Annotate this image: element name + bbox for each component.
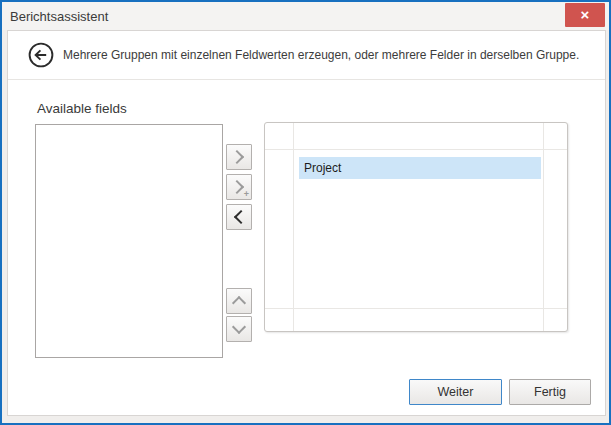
- grid-left-column-divider: [293, 123, 294, 331]
- chevron-right-icon: [230, 150, 244, 164]
- grid-right-column-divider: [543, 123, 544, 331]
- back-button[interactable]: [28, 42, 54, 68]
- arrow-left-circle-icon: [28, 56, 54, 71]
- close-button[interactable]: ×: [565, 3, 605, 27]
- wizard-panel: Mehrere Gruppen mit einzelnen Feldwerten…: [7, 30, 606, 416]
- move-right-button[interactable]: [226, 144, 252, 170]
- plus-icon: +: [244, 190, 249, 199]
- chevron-left-icon: [234, 210, 248, 224]
- move-right-new-group-button[interactable]: +: [226, 174, 252, 200]
- close-icon: ×: [581, 7, 590, 22]
- chevron-up-icon: [232, 296, 246, 310]
- finish-button[interactable]: Fertig: [509, 379, 591, 405]
- available-fields-label: Available fields: [37, 101, 127, 116]
- wizard-header: Mehrere Gruppen mit einzelnen Feldwerten…: [8, 31, 605, 80]
- grid-footer-divider: [265, 308, 567, 309]
- title-bar: Berichtsassistent: [2, 2, 609, 30]
- window-title: Berichtsassistent: [2, 9, 108, 24]
- grid-header-divider: [265, 149, 567, 150]
- chevron-right-plus-icon: [230, 180, 244, 194]
- group-row-label: Project: [299, 161, 341, 175]
- groups-grid: Project: [264, 122, 568, 332]
- wizard-instruction: Mehrere Gruppen mit einzelnen Feldwerten…: [63, 48, 579, 62]
- group-row-project[interactable]: Project: [299, 157, 541, 179]
- move-left-button[interactable]: [226, 204, 252, 230]
- available-fields-list[interactable]: [35, 124, 223, 358]
- move-up-button[interactable]: [226, 288, 252, 314]
- next-button[interactable]: Weiter: [409, 379, 502, 405]
- chevron-down-icon: [232, 320, 246, 334]
- berichtsassistent-dialog: Berichtsassistent × Mehrere Gruppen mit …: [0, 0, 611, 425]
- move-down-button[interactable]: [226, 316, 252, 342]
